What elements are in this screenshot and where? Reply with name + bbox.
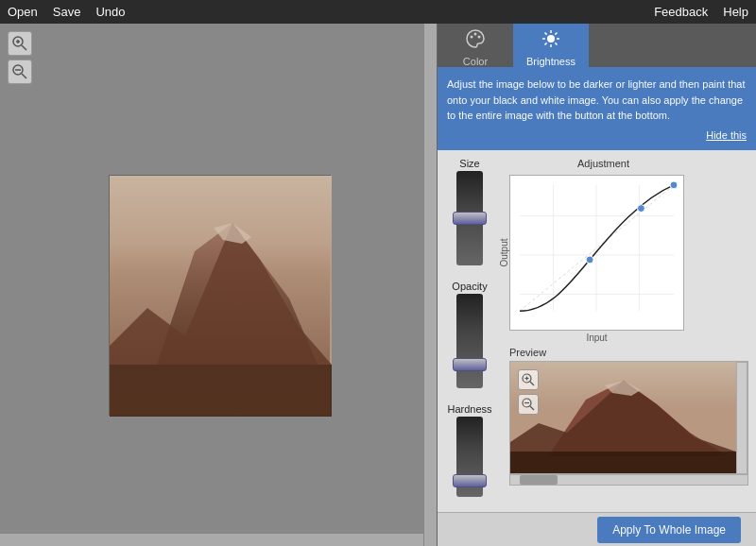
canvas-horizontal-scrollbar[interactable] bbox=[0, 533, 423, 546]
curve-preview-column: Adjustment Output bbox=[494, 150, 756, 512]
hardness-slider-track[interactable] bbox=[456, 417, 483, 497]
svg-line-5 bbox=[22, 74, 26, 78]
size-label: Size bbox=[459, 158, 479, 169]
svg-point-15 bbox=[547, 35, 555, 43]
svg-line-22 bbox=[555, 32, 557, 34]
svg-point-14 bbox=[478, 35, 481, 38]
menu-bar: Open Save Undo Feedback Help bbox=[0, 0, 756, 24]
preview-label: Preview bbox=[509, 347, 748, 358]
preview-zoom-controls bbox=[518, 369, 539, 415]
svg-marker-8 bbox=[157, 223, 318, 365]
size-slider-track[interactable] bbox=[456, 171, 483, 265]
bottom-bar: Apply To Whole Image bbox=[438, 512, 756, 546]
preview-svg bbox=[510, 362, 748, 474]
canvas-area bbox=[0, 24, 437, 546]
preview-horizontal-scrollbar[interactable] bbox=[509, 474, 748, 486]
mountain-svg bbox=[110, 176, 332, 417]
svg-rect-7 bbox=[110, 176, 332, 417]
opacity-slider-handle[interactable] bbox=[453, 358, 487, 371]
zoom-out-icon bbox=[12, 64, 27, 79]
color-tab-icon bbox=[465, 28, 486, 54]
svg-rect-38 bbox=[510, 452, 748, 474]
svg-line-23 bbox=[545, 43, 547, 44]
svg-line-1 bbox=[22, 45, 26, 50]
sliders-column: Size Opacity Hardness bbox=[438, 150, 494, 512]
menu-right: Feedback Help bbox=[654, 5, 748, 19]
svg-point-33 bbox=[670, 181, 678, 189]
preview-zoom-in-icon bbox=[522, 373, 535, 386]
preview-section: Preview bbox=[509, 343, 748, 486]
menu-left: Open Save Undo bbox=[8, 5, 654, 19]
apply-whole-image-button[interactable]: Apply To Whole Image bbox=[597, 517, 741, 543]
x-axis-label: Input bbox=[509, 333, 684, 343]
zoom-in-icon bbox=[12, 36, 27, 51]
hardness-slider-group: Hardness bbox=[445, 403, 494, 497]
curve-wrapper: Output bbox=[509, 175, 684, 343]
svg-rect-11 bbox=[110, 365, 332, 417]
adjustment-label: Adjustment bbox=[577, 158, 629, 169]
svg-point-31 bbox=[586, 256, 593, 264]
brightness-icon bbox=[541, 28, 561, 49]
brightness-tab-icon bbox=[541, 28, 561, 54]
hide-link[interactable]: Hide this bbox=[447, 128, 747, 144]
preview-zoom-in-button[interactable] bbox=[518, 369, 539, 390]
controls-area: Size Opacity Hardness bbox=[438, 150, 756, 512]
y-axis-label: Output bbox=[499, 238, 509, 266]
opacity-slider-track[interactable] bbox=[456, 294, 483, 388]
help-menu-item[interactable]: Help bbox=[723, 5, 748, 19]
info-text: Adjust the image below to be darker or l… bbox=[447, 78, 746, 121]
tab-brightness[interactable]: Brightness bbox=[513, 24, 589, 67]
info-box: Adjust the image below to be darker or l… bbox=[438, 69, 756, 150]
hardness-slider-handle[interactable] bbox=[453, 474, 487, 487]
opacity-label: Opacity bbox=[452, 281, 487, 292]
preview-scroll-thumb[interactable] bbox=[520, 475, 558, 485]
save-menu-item[interactable]: Save bbox=[53, 5, 81, 19]
svg-point-32 bbox=[637, 205, 644, 213]
curve-area: Output bbox=[498, 175, 748, 343]
opacity-slider-group: Opacity bbox=[445, 281, 494, 388]
brightness-tab-label: Brightness bbox=[526, 56, 576, 67]
feedback-menu-item[interactable]: Feedback bbox=[654, 5, 708, 19]
preview-vertical-scrollbar[interactable] bbox=[736, 362, 747, 474]
svg-line-44 bbox=[530, 406, 534, 410]
svg-line-30 bbox=[520, 185, 674, 311]
color-icon bbox=[465, 28, 486, 49]
curve-svg bbox=[510, 176, 683, 330]
curve-container[interactable] bbox=[509, 175, 684, 331]
zoom-out-button[interactable] bbox=[8, 60, 32, 84]
preview-wrapper bbox=[509, 361, 748, 486]
section-labels-row: Adjustment bbox=[498, 158, 748, 173]
preview-zoom-out-button[interactable] bbox=[518, 394, 539, 415]
zoom-controls bbox=[8, 31, 32, 84]
svg-marker-9 bbox=[110, 223, 332, 417]
canvas-image bbox=[109, 175, 331, 416]
svg-point-12 bbox=[471, 35, 473, 38]
tool-tabs: Color Brightness bbox=[438, 24, 756, 69]
hardness-label: Hardness bbox=[447, 403, 491, 415]
zoom-in-button[interactable] bbox=[8, 31, 32, 56]
svg-line-40 bbox=[530, 382, 534, 385]
open-menu-item[interactable]: Open bbox=[8, 5, 38, 19]
tab-color[interactable]: Color bbox=[438, 24, 513, 67]
size-slider-handle[interactable] bbox=[453, 212, 487, 225]
svg-line-21 bbox=[555, 43, 557, 44]
undo-menu-item[interactable]: Undo bbox=[95, 5, 125, 19]
preview-container bbox=[509, 361, 748, 474]
size-section-placeholder bbox=[498, 158, 574, 173]
right-panel: Color Brightness bbox=[437, 24, 756, 546]
svg-point-13 bbox=[474, 32, 477, 35]
svg-line-20 bbox=[545, 32, 547, 34]
size-slider-group: Size bbox=[445, 158, 494, 265]
y-axis-label-container: Output bbox=[498, 175, 509, 331]
color-tab-label: Color bbox=[463, 56, 488, 67]
main-layout: Color Brightness bbox=[0, 24, 756, 546]
canvas-vertical-scrollbar[interactable] bbox=[423, 24, 437, 546]
preview-zoom-out-icon bbox=[522, 398, 535, 411]
